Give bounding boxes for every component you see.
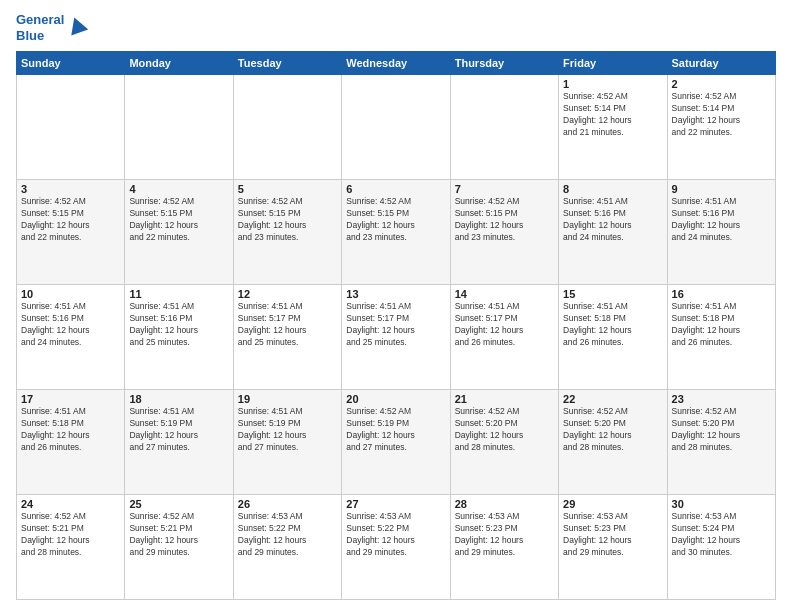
page: General Blue SundayMondayTuesdayWednesda… (0, 0, 792, 612)
calendar-cell: 21Sunrise: 4:52 AM Sunset: 5:20 PM Dayli… (450, 390, 558, 495)
day-number: 25 (129, 498, 228, 510)
calendar-cell: 15Sunrise: 4:51 AM Sunset: 5:18 PM Dayli… (559, 285, 667, 390)
calendar-cell: 4Sunrise: 4:52 AM Sunset: 5:15 PM Daylig… (125, 180, 233, 285)
day-info: Sunrise: 4:51 AM Sunset: 5:18 PM Dayligh… (672, 301, 771, 349)
calendar-cell: 30Sunrise: 4:53 AM Sunset: 5:24 PM Dayli… (667, 495, 775, 600)
calendar-cell: 3Sunrise: 4:52 AM Sunset: 5:15 PM Daylig… (17, 180, 125, 285)
day-info: Sunrise: 4:51 AM Sunset: 5:16 PM Dayligh… (672, 196, 771, 244)
day-number: 2 (672, 78, 771, 90)
calendar-cell: 6Sunrise: 4:52 AM Sunset: 5:15 PM Daylig… (342, 180, 450, 285)
day-info: Sunrise: 4:53 AM Sunset: 5:23 PM Dayligh… (563, 511, 662, 559)
day-number: 28 (455, 498, 554, 510)
logo-icon (66, 15, 88, 37)
day-info: Sunrise: 4:51 AM Sunset: 5:16 PM Dayligh… (563, 196, 662, 244)
day-info: Sunrise: 4:52 AM Sunset: 5:20 PM Dayligh… (563, 406, 662, 454)
day-number: 21 (455, 393, 554, 405)
day-number: 10 (21, 288, 120, 300)
day-info: Sunrise: 4:52 AM Sunset: 5:14 PM Dayligh… (672, 91, 771, 139)
day-info: Sunrise: 4:51 AM Sunset: 5:17 PM Dayligh… (455, 301, 554, 349)
day-number: 19 (238, 393, 337, 405)
day-number: 23 (672, 393, 771, 405)
day-info: Sunrise: 4:51 AM Sunset: 5:17 PM Dayligh… (346, 301, 445, 349)
calendar-cell: 1Sunrise: 4:52 AM Sunset: 5:14 PM Daylig… (559, 75, 667, 180)
calendar-table: SundayMondayTuesdayWednesdayThursdayFrid… (16, 51, 776, 600)
day-info: Sunrise: 4:51 AM Sunset: 5:19 PM Dayligh… (238, 406, 337, 454)
day-info: Sunrise: 4:51 AM Sunset: 5:18 PM Dayligh… (21, 406, 120, 454)
day-number: 8 (563, 183, 662, 195)
calendar-cell: 8Sunrise: 4:51 AM Sunset: 5:16 PM Daylig… (559, 180, 667, 285)
calendar-cell: 26Sunrise: 4:53 AM Sunset: 5:22 PM Dayli… (233, 495, 341, 600)
day-number: 4 (129, 183, 228, 195)
weekday-header-friday: Friday (559, 52, 667, 75)
day-number: 5 (238, 183, 337, 195)
calendar-cell: 28Sunrise: 4:53 AM Sunset: 5:23 PM Dayli… (450, 495, 558, 600)
day-info: Sunrise: 4:51 AM Sunset: 5:19 PM Dayligh… (129, 406, 228, 454)
calendar-cell: 7Sunrise: 4:52 AM Sunset: 5:15 PM Daylig… (450, 180, 558, 285)
day-info: Sunrise: 4:52 AM Sunset: 5:15 PM Dayligh… (238, 196, 337, 244)
day-number: 12 (238, 288, 337, 300)
calendar-week-4: 17Sunrise: 4:51 AM Sunset: 5:18 PM Dayli… (17, 390, 776, 495)
calendar-cell (233, 75, 341, 180)
day-number: 16 (672, 288, 771, 300)
day-number: 11 (129, 288, 228, 300)
day-info: Sunrise: 4:53 AM Sunset: 5:22 PM Dayligh… (238, 511, 337, 559)
day-info: Sunrise: 4:52 AM Sunset: 5:14 PM Dayligh… (563, 91, 662, 139)
day-info: Sunrise: 4:52 AM Sunset: 5:21 PM Dayligh… (21, 511, 120, 559)
calendar-week-2: 3Sunrise: 4:52 AM Sunset: 5:15 PM Daylig… (17, 180, 776, 285)
day-number: 26 (238, 498, 337, 510)
day-info: Sunrise: 4:52 AM Sunset: 5:15 PM Dayligh… (129, 196, 228, 244)
day-info: Sunrise: 4:52 AM Sunset: 5:20 PM Dayligh… (672, 406, 771, 454)
weekday-header-sunday: Sunday (17, 52, 125, 75)
day-number: 27 (346, 498, 445, 510)
calendar-cell: 19Sunrise: 4:51 AM Sunset: 5:19 PM Dayli… (233, 390, 341, 495)
calendar-cell: 2Sunrise: 4:52 AM Sunset: 5:14 PM Daylig… (667, 75, 775, 180)
day-info: Sunrise: 4:51 AM Sunset: 5:17 PM Dayligh… (238, 301, 337, 349)
day-info: Sunrise: 4:51 AM Sunset: 5:18 PM Dayligh… (563, 301, 662, 349)
day-number: 17 (21, 393, 120, 405)
calendar-cell (450, 75, 558, 180)
weekday-header-monday: Monday (125, 52, 233, 75)
day-info: Sunrise: 4:52 AM Sunset: 5:20 PM Dayligh… (455, 406, 554, 454)
day-number: 3 (21, 183, 120, 195)
calendar-cell: 27Sunrise: 4:53 AM Sunset: 5:22 PM Dayli… (342, 495, 450, 600)
day-number: 13 (346, 288, 445, 300)
calendar-cell: 12Sunrise: 4:51 AM Sunset: 5:17 PM Dayli… (233, 285, 341, 390)
logo: General Blue (16, 12, 88, 43)
day-info: Sunrise: 4:52 AM Sunset: 5:21 PM Dayligh… (129, 511, 228, 559)
calendar-cell: 20Sunrise: 4:52 AM Sunset: 5:19 PM Dayli… (342, 390, 450, 495)
day-info: Sunrise: 4:53 AM Sunset: 5:23 PM Dayligh… (455, 511, 554, 559)
day-number: 22 (563, 393, 662, 405)
calendar-cell (125, 75, 233, 180)
weekday-header-saturday: Saturday (667, 52, 775, 75)
calendar-cell: 16Sunrise: 4:51 AM Sunset: 5:18 PM Dayli… (667, 285, 775, 390)
calendar-cell: 18Sunrise: 4:51 AM Sunset: 5:19 PM Dayli… (125, 390, 233, 495)
calendar-week-1: 1Sunrise: 4:52 AM Sunset: 5:14 PM Daylig… (17, 75, 776, 180)
logo-text: General Blue (16, 12, 64, 43)
calendar-cell: 11Sunrise: 4:51 AM Sunset: 5:16 PM Dayli… (125, 285, 233, 390)
weekday-header-wednesday: Wednesday (342, 52, 450, 75)
day-info: Sunrise: 4:52 AM Sunset: 5:15 PM Dayligh… (455, 196, 554, 244)
calendar-cell: 9Sunrise: 4:51 AM Sunset: 5:16 PM Daylig… (667, 180, 775, 285)
calendar-cell: 29Sunrise: 4:53 AM Sunset: 5:23 PM Dayli… (559, 495, 667, 600)
day-number: 7 (455, 183, 554, 195)
calendar-cell: 13Sunrise: 4:51 AM Sunset: 5:17 PM Dayli… (342, 285, 450, 390)
day-number: 15 (563, 288, 662, 300)
day-number: 1 (563, 78, 662, 90)
weekday-header-row: SundayMondayTuesdayWednesdayThursdayFrid… (17, 52, 776, 75)
day-info: Sunrise: 4:52 AM Sunset: 5:15 PM Dayligh… (346, 196, 445, 244)
day-info: Sunrise: 4:51 AM Sunset: 5:16 PM Dayligh… (129, 301, 228, 349)
calendar-cell: 25Sunrise: 4:52 AM Sunset: 5:21 PM Dayli… (125, 495, 233, 600)
day-number: 18 (129, 393, 228, 405)
calendar-week-5: 24Sunrise: 4:52 AM Sunset: 5:21 PM Dayli… (17, 495, 776, 600)
day-number: 24 (21, 498, 120, 510)
calendar-cell: 23Sunrise: 4:52 AM Sunset: 5:20 PM Dayli… (667, 390, 775, 495)
weekday-header-tuesday: Tuesday (233, 52, 341, 75)
calendar-cell: 17Sunrise: 4:51 AM Sunset: 5:18 PM Dayli… (17, 390, 125, 495)
calendar-cell: 5Sunrise: 4:52 AM Sunset: 5:15 PM Daylig… (233, 180, 341, 285)
calendar-cell: 22Sunrise: 4:52 AM Sunset: 5:20 PM Dayli… (559, 390, 667, 495)
day-number: 9 (672, 183, 771, 195)
calendar-cell (17, 75, 125, 180)
svg-marker-0 (66, 15, 88, 36)
calendar-cell (342, 75, 450, 180)
day-info: Sunrise: 4:52 AM Sunset: 5:19 PM Dayligh… (346, 406, 445, 454)
